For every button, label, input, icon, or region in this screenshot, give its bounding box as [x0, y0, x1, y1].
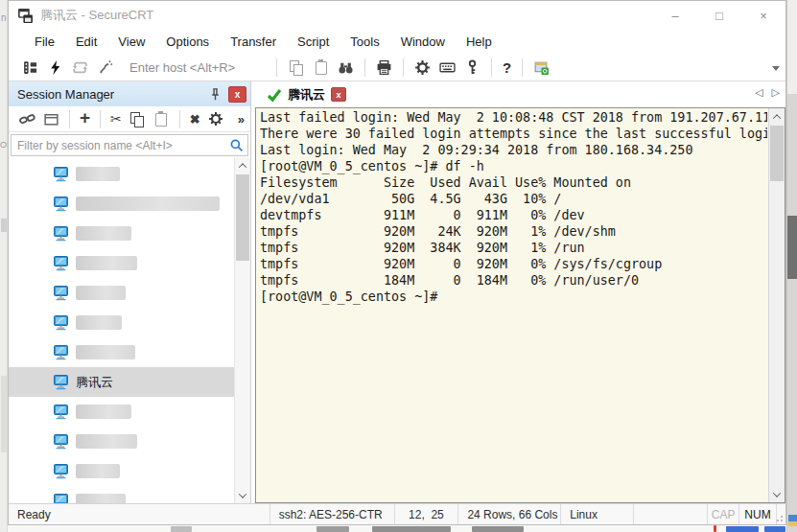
toolbar-separator — [100, 110, 101, 128]
pin-icon[interactable] — [208, 87, 223, 102]
status-cursor-position: 12, 25 — [395, 504, 459, 524]
terminal-line: tmpfs 184M 0 184M 0% /run/user/0 — [260, 272, 767, 289]
session-tree-container: 腾讯云 — [9, 157, 250, 503]
scrollbar-thumb[interactable] — [236, 174, 249, 261]
copy-icon[interactable] — [288, 59, 304, 76]
menu-item-script[interactable]: Script — [287, 31, 340, 53]
reconnect-icon[interactable] — [72, 59, 88, 76]
session-item[interactable] — [9, 397, 234, 427]
terminal-line: There were 30 failed login attempts sinc… — [260, 126, 767, 142]
status-blank — [634, 504, 708, 524]
session-filter-input[interactable]: Filter by session name <Alt+I> — [11, 134, 248, 156]
tab-scroll-right-icon[interactable]: ▷ — [772, 86, 780, 99]
menu-item-options[interactable]: Options — [155, 31, 220, 53]
toolbar-overflow-caret[interactable] — [772, 66, 780, 71]
session-item[interactable] — [9, 337, 234, 367]
background-link-fragment — [764, 526, 785, 532]
options-gear-icon[interactable] — [414, 59, 431, 76]
terminal-scrollbar[interactable] — [768, 108, 785, 502]
session-tree: 腾讯云 — [9, 159, 234, 503]
minimize-button[interactable]: – — [653, 1, 697, 30]
window-title: 腾讯云 - SecureCRT — [40, 7, 153, 24]
background-taskbar-icon — [788, 515, 797, 526]
scroll-up-button[interactable] — [235, 157, 250, 173]
scroll-up-button[interactable] — [769, 108, 785, 125]
paste-session-icon[interactable] — [153, 111, 170, 127]
session-item[interactable] — [9, 308, 234, 337]
scrollbar-thumb[interactable] — [770, 126, 784, 181]
session-item[interactable] — [9, 159, 234, 189]
terminal-line: [root@VM_0_5_centos ~]# df -h — [260, 158, 767, 174]
terminal-line: Last failed login: Wed May 2 10:08:48 CS… — [260, 109, 767, 126]
maximize-button[interactable]: □ — [697, 1, 741, 30]
session-monitor-icon — [53, 225, 69, 242]
menu-item-edit[interactable]: Edit — [65, 31, 107, 53]
disconnect-icon[interactable] — [97, 59, 113, 76]
paste-icon[interactable] — [313, 59, 329, 76]
menu-item-file[interactable]: File — [24, 31, 65, 53]
session-item[interactable] — [9, 278, 234, 308]
close-button[interactable]: × — [741, 1, 785, 30]
status-num-lock: NUM — [739, 504, 777, 524]
menu-item-window[interactable]: Window — [390, 31, 456, 53]
tab-close-button[interactable]: x — [331, 87, 346, 102]
session-item[interactable] — [9, 189, 234, 219]
menu-item-tools[interactable]: Tools — [340, 31, 389, 53]
scroll-down-button[interactable] — [769, 486, 785, 502]
session-window-icon[interactable] — [533, 59, 550, 76]
session-item[interactable] — [9, 248, 234, 278]
session-item[interactable] — [9, 456, 234, 486]
session-item[interactable] — [9, 486, 234, 503]
print-icon[interactable] — [376, 59, 392, 76]
menu-item-view[interactable]: View — [107, 31, 155, 53]
background-block — [316, 526, 349, 532]
menu-bar: FileEditViewOptionsTransferScriptToolsWi… — [9, 30, 785, 54]
toolbar-more-chevron[interactable]: » — [238, 112, 245, 127]
app-icon — [17, 8, 34, 24]
session-item[interactable] — [9, 427, 234, 456]
session-properties-gear-icon[interactable] — [208, 111, 224, 127]
menu-item-help[interactable]: Help — [456, 31, 503, 53]
scroll-down-button[interactable] — [235, 487, 250, 503]
session-manager-toggle-icon[interactable] — [22, 59, 38, 76]
filter-search-icon[interactable] — [229, 138, 244, 152]
censored-session-name — [76, 197, 220, 211]
terminal-pane: 腾讯云 x ◁ ▷ Last failed login: Wed May 2 1… — [255, 81, 785, 503]
background-window-right — [786, 0, 797, 532]
menu-item-transfer[interactable]: Transfer — [220, 31, 287, 53]
session-item[interactable] — [9, 219, 234, 248]
background-scrollbar-thumb — [787, 216, 797, 279]
title-bar[interactable]: 腾讯云 - SecureCRT – □ × — [9, 1, 785, 30]
new-session-plus-icon[interactable]: + — [80, 107, 90, 128]
censored-session-name — [76, 405, 131, 419]
session-item-selected[interactable]: 腾讯云 — [9, 367, 234, 397]
connect-in-window-icon[interactable] — [43, 111, 59, 127]
main-toolbar: Enter host <Alt+R> — [9, 54, 785, 81]
session-monitor-icon — [53, 463, 69, 479]
censored-session-name — [76, 286, 126, 300]
connected-check-icon — [267, 87, 282, 103]
session-manager-close-button[interactable]: x — [228, 86, 246, 103]
session-monitor-icon — [53, 404, 69, 420]
tab-tencent-cloud[interactable]: 腾讯云 x — [263, 86, 350, 104]
cut-scissors-icon[interactable]: ✂ — [110, 111, 122, 127]
terminal-line: tmpfs 920M 384K 920M 1% /run — [260, 240, 767, 256]
connect-link-icon[interactable] — [19, 111, 35, 127]
terminal-screen[interactable]: Last failed login: Wed May 2 10:08:48 CS… — [255, 107, 785, 503]
delete-session-icon[interactable]: ✖ — [190, 112, 200, 127]
censored-session-name — [76, 256, 137, 270]
session-monitor-icon — [53, 166, 69, 182]
tab-scroll-left-icon[interactable]: ◁ — [755, 86, 762, 99]
enter-host-field[interactable]: Enter host <Alt+R> — [129, 60, 256, 75]
session-tree-scrollbar[interactable] — [234, 157, 250, 503]
copy-session-icon[interactable] — [129, 111, 146, 127]
keymap-keyboard-icon[interactable] — [439, 59, 456, 76]
terminal-line: tmpfs 920M 24K 920M 1% /dev/shm — [260, 223, 767, 240]
toolbar-separator — [491, 58, 492, 77]
quick-connect-icon[interactable] — [47, 59, 63, 76]
help-icon[interactable]: ? — [503, 59, 511, 76]
toolbar-separator — [364, 58, 365, 77]
agent-key-icon[interactable] — [464, 59, 481, 76]
find-binoculars-icon[interactable] — [338, 59, 354, 76]
resize-grip[interactable] — [777, 504, 785, 524]
